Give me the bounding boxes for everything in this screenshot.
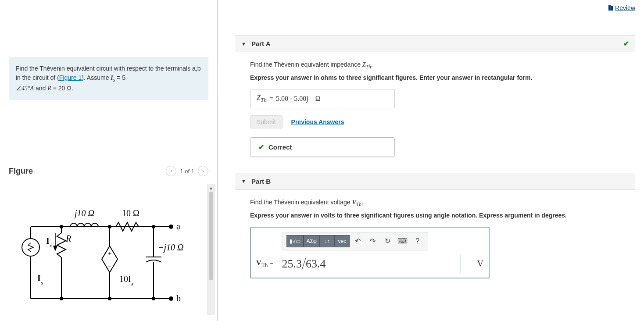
circuit-diagram: + − j10 Ω 10 xyxy=(9,189,184,312)
svg-point-28 xyxy=(169,296,173,301)
correct-feedback: ✔ Correct xyxy=(250,137,395,157)
svg-text:b: b xyxy=(176,293,181,303)
equation-toolbar: ▮√▭ ΑΣφ ↓↑ vec ↶ ↷ ↻ ⌨ ? xyxy=(283,232,428,250)
keyboard-button[interactable]: ⌨ xyxy=(396,235,409,247)
figure-title: Figure xyxy=(9,167,33,176)
submit-button: Submit xyxy=(250,115,283,128)
answer-input[interactable]: 25.3 63.4 xyxy=(277,255,461,273)
svg-point-26 xyxy=(152,297,155,300)
part-b-instruction: Find the Thévenin equivalent voltage VTh… xyxy=(250,199,629,207)
check-icon: ✔ xyxy=(623,39,629,48)
svg-text:R: R xyxy=(65,234,71,243)
svg-point-22 xyxy=(108,225,111,228)
greek-button[interactable]: ΑΣφ xyxy=(304,235,320,247)
prev-figure-button[interactable]: ‹ xyxy=(166,166,176,176)
svg-point-21 xyxy=(60,225,63,228)
svg-marker-39 xyxy=(54,246,57,250)
help-button[interactable]: ? xyxy=(411,235,424,247)
check-icon: ✔ xyxy=(258,143,264,151)
svg-text:−j10 Ω: −j10 Ω xyxy=(158,243,184,253)
svg-point-3 xyxy=(22,239,39,256)
figure-pager: ‹ 1 of 1 › xyxy=(166,166,208,176)
svg-text:10 Ω: 10 Ω xyxy=(122,208,140,218)
svg-text:a: a xyxy=(176,221,180,231)
caret-down-icon: ▼ xyxy=(241,178,246,184)
part-a-hint: Express your answer in ohms to three sig… xyxy=(250,74,629,81)
templates-button[interactable]: ▮√▭ xyxy=(286,235,304,247)
undo-button[interactable]: ↶ xyxy=(351,235,365,247)
angle-separator-icon xyxy=(302,258,306,270)
redo-button[interactable]: ↷ xyxy=(366,235,379,247)
reset-button[interactable]: ↻ xyxy=(381,235,394,247)
book-icon xyxy=(608,5,613,11)
problem-statement: Find the Thévenin equivalent circuit wit… xyxy=(9,57,208,100)
scroll-thumb[interactable] xyxy=(209,192,213,280)
answer-input-area: ▮√▭ ΑΣφ ↓↑ vec ↶ ↷ ↻ ⌨ ? VTh = xyxy=(250,227,490,278)
figure-scrollbar[interactable]: ▲ xyxy=(208,184,215,315)
part-a-title: Part A xyxy=(251,40,271,47)
part-a-instruction: Find the Thévenin equivalent impedance Z… xyxy=(250,61,629,70)
subscript-button[interactable]: ↓↑ xyxy=(320,235,335,247)
svg-text:10Ix: 10Ix xyxy=(119,274,134,287)
review-link[interactable]: Review xyxy=(608,4,635,11)
svg-point-25 xyxy=(108,297,111,300)
svg-text:Ix: Ix xyxy=(46,236,52,249)
part-a-header[interactable]: ▼ Part A ✔ xyxy=(235,35,635,52)
svg-text:+: + xyxy=(108,250,111,257)
part-b-hint: Express your answer in volts to three si… xyxy=(250,212,629,219)
svg-text:−: − xyxy=(108,263,111,270)
next-figure-button[interactable]: › xyxy=(198,166,208,176)
part-b-title: Part B xyxy=(251,178,271,185)
svg-point-27 xyxy=(169,225,173,229)
previous-answers-link[interactable]: Previous Answers xyxy=(291,118,344,125)
part-a-answer: ZTh = 5.00 - 5.00j Ω xyxy=(250,89,395,108)
scroll-up-icon[interactable]: ▲ xyxy=(208,184,214,191)
figure-link[interactable]: Figure 1 xyxy=(59,74,82,81)
svg-text:j10 Ω: j10 Ω xyxy=(73,208,94,218)
caret-down-icon: ▼ xyxy=(241,41,246,46)
vector-button[interactable]: vec xyxy=(335,235,350,247)
svg-point-24 xyxy=(60,297,63,300)
svg-point-23 xyxy=(152,225,155,228)
svg-text:Is: Is xyxy=(37,273,43,286)
part-b-header[interactable]: ▼ Part B xyxy=(235,173,635,190)
answer-unit: V xyxy=(477,259,483,269)
pager-text: 1 of 1 xyxy=(180,168,194,175)
